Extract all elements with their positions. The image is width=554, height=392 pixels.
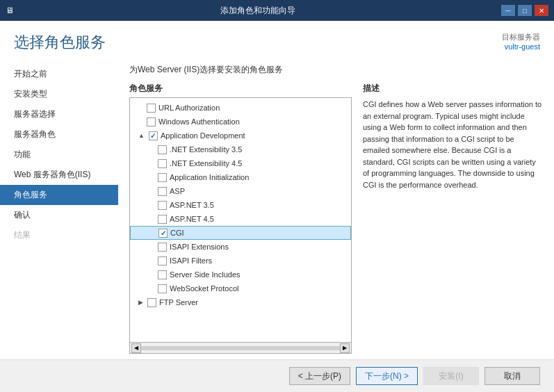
label-websocket: WebSocket Protocol bbox=[170, 284, 238, 293]
label-asp: ASP bbox=[170, 187, 185, 195]
checkbox-server-side-includes[interactable] bbox=[158, 270, 167, 279]
target-server-name: vultr-guest bbox=[502, 42, 540, 51]
list-item-server-side-includes[interactable]: Server Side Includes bbox=[130, 268, 351, 281]
sidebar-item-server-select[interactable]: 服务器选择 bbox=[0, 104, 118, 124]
label-url-auth: URL Authorization bbox=[158, 104, 220, 112]
checkbox-aspnet35[interactable] bbox=[158, 201, 167, 210]
checkbox-isapi-filters[interactable] bbox=[158, 256, 167, 266]
label-cgi: CGI bbox=[170, 229, 184, 237]
checkbox-ftp-server[interactable] bbox=[147, 298, 156, 307]
list-item-isapi-ext[interactable]: ISAPI Extensions bbox=[130, 240, 351, 254]
footer: < 上一步(P) 下一步(N) > 安装(I) 取消 bbox=[0, 359, 554, 392]
label-isapi-ext: ISAPI Extensions bbox=[170, 243, 229, 251]
h-scrollbar[interactable]: ◀ ▶ bbox=[129, 343, 352, 354]
checkbox-net-ext35[interactable] bbox=[158, 145, 167, 154]
list-item-aspnet35[interactable]: ASP.NET 3.5 bbox=[130, 198, 351, 212]
sidebar: 开始之前安装类型服务器选择服务器角色功能Web 服务器角色(IIS)角色服务确认… bbox=[0, 58, 118, 359]
checkbox-url-auth[interactable] bbox=[147, 104, 156, 113]
install-button[interactable]: 安装(I) bbox=[423, 367, 479, 385]
sidebar-item-result: 结果 bbox=[0, 225, 118, 245]
cancel-button[interactable]: 取消 bbox=[484, 367, 540, 385]
main-window: 选择角色服务 目标服务器 vultr-guest 开始之前安装类型服务器选择服务… bbox=[0, 21, 554, 392]
checkbox-asp[interactable] bbox=[158, 187, 167, 196]
description-panel: 描述 CGI defines how a Web server passes i… bbox=[363, 83, 543, 354]
sidebar-item-install-type[interactable]: 安装类型 bbox=[0, 84, 118, 104]
minimize-button[interactable]: ─ bbox=[501, 5, 515, 16]
label-app-init: Application Initialization bbox=[170, 173, 249, 181]
h-scroll-right[interactable]: ▶ bbox=[340, 343, 350, 353]
list-item-aspnet45[interactable]: ASP.NET 4.5 bbox=[130, 212, 351, 226]
checkbox-app-init[interactable] bbox=[158, 173, 167, 182]
checklist-panel: 角色服务 URL Authorization bbox=[129, 83, 352, 354]
h-scrollbar-track bbox=[141, 346, 340, 350]
label-ftp-server: FTP Server bbox=[159, 298, 198, 307]
label-net-ext45: .NET Extensibility 4.5 bbox=[170, 159, 242, 168]
checkbox-net-ext45[interactable] bbox=[158, 159, 167, 168]
right-content: 为Web Server (IIS)选择要安装的角色服务 角色服务 URL Aut… bbox=[118, 58, 554, 359]
titlebar-icon: 🖥 bbox=[6, 6, 14, 15]
list-item-asp[interactable]: ASP bbox=[130, 184, 351, 198]
target-server-label: 目标服务器 bbox=[502, 32, 540, 42]
list-item-cgi[interactable]: CGI bbox=[130, 226, 351, 240]
back-button[interactable]: < 上一步(P) bbox=[289, 367, 350, 385]
titlebar-controls: ─ □ ✕ bbox=[501, 5, 548, 16]
checkbox-websocket[interactable] bbox=[158, 284, 167, 293]
titlebar: 🖥 添加角色和功能向导 ─ □ ✕ bbox=[0, 0, 554, 21]
checkbox-windows-auth[interactable] bbox=[147, 117, 156, 126]
h-scroll-left[interactable]: ◀ bbox=[131, 343, 141, 353]
sidebar-item-web-server[interactable]: Web 服务器角色(IIS) bbox=[0, 165, 118, 185]
tree-arrow-ftp: ▶ bbox=[138, 299, 143, 306]
label-windows-auth: Windows Authentication bbox=[158, 117, 240, 126]
titlebar-title: 添加角色和功能向导 bbox=[14, 5, 501, 17]
sidebar-item-role-services[interactable]: 角色服务 bbox=[0, 185, 118, 205]
label-aspnet35: ASP.NET 3.5 bbox=[170, 201, 214, 209]
checkbox-aspnet45[interactable] bbox=[158, 215, 167, 224]
page-header: 选择角色服务 目标服务器 vultr-guest bbox=[0, 21, 554, 58]
list-item-net-ext35[interactable]: .NET Extensibility 3.5 bbox=[130, 142, 351, 156]
next-button[interactable]: 下一步(N) > bbox=[356, 367, 418, 385]
description-header: 描述 bbox=[363, 83, 543, 95]
label-app-dev: Application Development bbox=[161, 131, 245, 140]
content-columns: 角色服务 URL Authorization bbox=[129, 83, 543, 354]
checkbox-app-dev[interactable] bbox=[149, 131, 158, 140]
checklist-inner: URL Authorization Windows Authentication bbox=[130, 98, 351, 312]
tree-arrow-app-dev: ▲ bbox=[138, 132, 145, 139]
label-net-ext35: .NET Extensibility 3.5 bbox=[170, 145, 242, 154]
page-title: 选择角色服务 bbox=[14, 32, 106, 53]
list-item-ftp-server[interactable]: ▶ FTP Server bbox=[130, 295, 351, 309]
target-server-info: 目标服务器 vultr-guest bbox=[502, 32, 540, 51]
checkbox-cgi[interactable] bbox=[158, 229, 168, 238]
list-item-isapi-filters[interactable]: ISAPI Filters bbox=[130, 254, 351, 268]
list-item-websocket[interactable]: WebSocket Protocol bbox=[130, 281, 351, 295]
maximize-button[interactable]: □ bbox=[518, 5, 532, 16]
label-server-side-includes: Server Side Includes bbox=[170, 270, 241, 279]
checkbox-isapi-ext[interactable] bbox=[158, 243, 167, 252]
list-item-app-init[interactable]: Application Initialization bbox=[130, 170, 351, 184]
description-text: CGI defines how a Web server passes info… bbox=[363, 99, 543, 190]
close-button[interactable]: ✕ bbox=[535, 5, 548, 16]
checklist-header: 角色服务 bbox=[129, 83, 352, 95]
list-item-url-auth[interactable]: URL Authorization bbox=[130, 101, 351, 115]
sidebar-item-before-start[interactable]: 开始之前 bbox=[0, 64, 118, 84]
content-area: 开始之前安装类型服务器选择服务器角色功能Web 服务器角色(IIS)角色服务确认… bbox=[0, 58, 554, 359]
list-item-windows-auth[interactable]: Windows Authentication bbox=[130, 115, 351, 129]
checklist-scroll[interactable]: URL Authorization Windows Authentication bbox=[129, 97, 352, 343]
list-item-net-ext45[interactable]: .NET Extensibility 4.5 bbox=[130, 156, 351, 170]
sidebar-item-features[interactable]: 功能 bbox=[0, 145, 118, 165]
sidebar-item-server-role[interactable]: 服务器角色 bbox=[0, 124, 118, 145]
label-aspnet45: ASP.NET 4.5 bbox=[170, 215, 214, 223]
list-item-app-dev[interactable]: ▲ Application Development bbox=[130, 129, 351, 142]
sidebar-item-confirm[interactable]: 确认 bbox=[0, 205, 118, 225]
label-isapi-filters: ISAPI Filters bbox=[170, 256, 212, 265]
subtitle: 为Web Server (IIS)选择要安装的角色服务 bbox=[129, 64, 543, 76]
